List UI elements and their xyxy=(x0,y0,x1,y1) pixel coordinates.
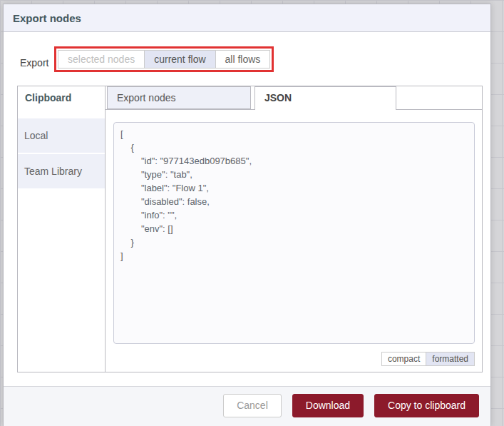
export-panel: Clipboard Export nodes JSON Local Team L… xyxy=(17,86,483,372)
format-formatted-button[interactable]: formatted xyxy=(426,352,475,366)
annotation-highlight-box: selected nodes current flow all flows xyxy=(54,46,274,72)
download-button[interactable]: Download xyxy=(292,394,364,417)
cancel-button[interactable]: Cancel xyxy=(223,394,282,417)
export-option-current-flow[interactable]: current flow xyxy=(144,50,215,69)
sidebar-divider xyxy=(105,86,106,372)
dialog-footer: Cancel Download Copy to clipboard xyxy=(4,386,490,426)
export-option-all-flows[interactable]: all flows xyxy=(215,50,271,69)
format-compact-button[interactable]: compact xyxy=(381,352,426,366)
tab-json[interactable]: JSON xyxy=(254,86,396,110)
sidebar-item-local[interactable]: Local xyxy=(18,118,105,153)
sidebar-item-team-library[interactable]: Team Library xyxy=(18,154,105,188)
copy-to-clipboard-button[interactable]: Copy to clipboard xyxy=(374,394,479,417)
export-option-selected-nodes[interactable]: selected nodes xyxy=(58,50,145,69)
export-nodes-dialog: Export nodes Export selected nodes curre… xyxy=(3,4,491,426)
tab-export-nodes[interactable]: Export nodes xyxy=(107,86,251,109)
export-scope-label: Export xyxy=(20,54,48,72)
json-textarea[interactable]: [ { "id": "977143edb097b685", "type": "t… xyxy=(113,122,475,344)
format-toggle-group: compact formatted xyxy=(381,352,475,366)
dialog-title: Export nodes xyxy=(4,4,490,32)
sidebar-header-clipboard: Clipboard xyxy=(18,86,105,110)
